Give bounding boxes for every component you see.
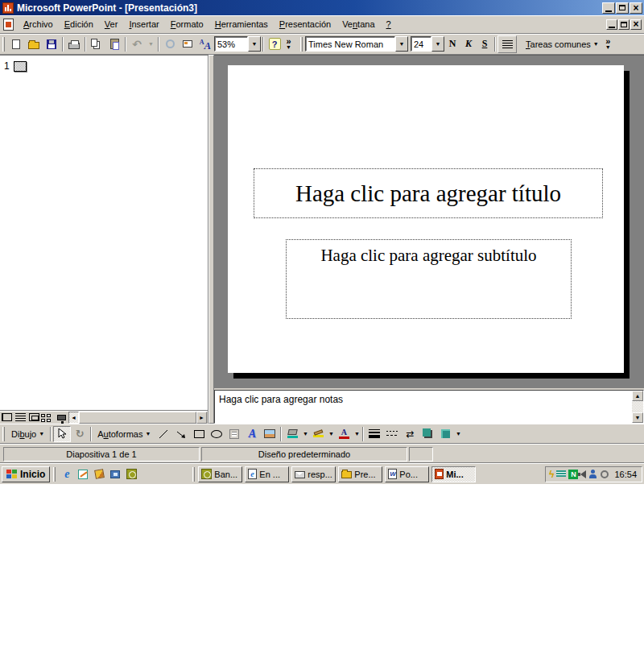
line-color-dropdown[interactable]: ▼ — [327, 426, 335, 442]
quick-launch-launcher[interactable] — [91, 466, 107, 482]
power-tray-icon[interactable]: ϟ — [549, 470, 554, 479]
title-placeholder[interactable]: Haga clic para agregar título — [254, 168, 603, 218]
line-color-button[interactable] — [309, 426, 327, 442]
scroll-left-button[interactable]: ◄ — [68, 412, 79, 424]
save-button[interactable] — [43, 35, 60, 53]
restore-button[interactable] — [616, 2, 629, 14]
align-button[interactable] — [497, 35, 517, 53]
more-buttons-standard[interactable]: »▼ — [283, 35, 294, 53]
text-box-button[interactable] — [225, 426, 243, 442]
scroll-up-button[interactable]: ▲ — [632, 391, 643, 401]
print-button[interactable] — [65, 35, 83, 53]
quick-launch-timer[interactable] — [123, 466, 139, 482]
network-tray-icon[interactable] — [556, 470, 566, 478]
font-color-dropdown[interactable]: ▼ — [353, 426, 361, 442]
notes-vertical-scrollbar[interactable]: ▲ ▼ — [632, 391, 643, 423]
task-button-ban[interactable]: Ban... — [198, 466, 242, 482]
slide-view-button[interactable] — [27, 412, 41, 424]
arrow-style-button[interactable]: ⇄ — [401, 426, 419, 442]
doc-restore-button[interactable] — [618, 19, 630, 30]
notes-pane[interactable]: Haga clic para agregar notas ▲ ▼ — [214, 390, 644, 424]
outline-horizontal-scrollbar[interactable]: ◄ ► — [68, 412, 207, 424]
menu-ventana[interactable]: Ventana — [336, 17, 380, 31]
select-objects-button[interactable] — [53, 426, 71, 442]
autoshapes-menu-button[interactable]: Autoformas ▼ — [93, 426, 155, 442]
fill-color-button[interactable] — [283, 426, 301, 442]
open-button[interactable] — [25, 35, 43, 53]
norton-tray-icon[interactable]: N — [568, 470, 578, 479]
common-tasks-button[interactable]: Tareas comunes ▼ — [522, 36, 603, 52]
free-rotate-button[interactable]: ↻ — [71, 426, 89, 442]
zoom-input[interactable]: 53% — [214, 36, 248, 52]
fill-color-dropdown[interactable]: ▼ — [301, 426, 309, 442]
taskbar-grip[interactable] — [53, 467, 56, 482]
underline-button[interactable]: S — [477, 35, 493, 53]
line-button[interactable] — [155, 426, 172, 442]
scrollbar-thumb[interactable] — [79, 412, 196, 424]
outline-pane[interactable]: 1 ◄ ► — [0, 55, 208, 424]
quick-launch-note[interactable] — [75, 466, 91, 482]
scroll-down-button[interactable]: ▼ — [632, 412, 643, 423]
dash-style-button[interactable] — [383, 426, 401, 442]
outline-slide-1[interactable]: 1 — [4, 60, 27, 72]
menu-insertar[interactable]: Insertar — [123, 17, 164, 31]
arrow-button[interactable] — [172, 426, 190, 442]
scroll-right-button[interactable]: ► — [196, 412, 207, 424]
start-button[interactable]: Inicio — [2, 466, 50, 482]
task-button-po[interactable]: Po... — [385, 466, 429, 482]
3d-button[interactable] — [436, 426, 454, 442]
task-button-en[interactable]: En ... — [245, 466, 289, 482]
menu-ayuda[interactable]: ? — [381, 17, 397, 31]
draw-menu-button[interactable]: Dibujo ▼ — [7, 426, 48, 442]
outline-view-button[interactable] — [14, 412, 27, 424]
doc-close-button[interactable]: × — [630, 19, 642, 30]
wordart-button[interactable]: A — [243, 426, 261, 442]
menu-presentacion[interactable]: Presentación — [274, 17, 336, 31]
doc-minimize-button[interactable] — [606, 19, 617, 30]
help-button[interactable]: ? — [266, 35, 283, 53]
undo-button[interactable]: ↶ — [128, 35, 146, 53]
font-size-dropdown-button[interactable]: ▼ — [431, 36, 444, 52]
menu-herramientas[interactable]: Herramientas — [209, 17, 274, 31]
document-icon[interactable] — [3, 19, 14, 31]
more-buttons-formatting[interactable]: »▼ — [603, 35, 613, 53]
insert-hyperlink-button[interactable] — [161, 35, 179, 53]
font-color-button[interactable]: A — [335, 426, 353, 442]
menu-edicion[interactable]: Edición — [59, 17, 99, 31]
toolbar-grip[interactable] — [2, 427, 5, 441]
italic-button[interactable]: K — [460, 35, 477, 53]
menu-formato[interactable]: Formato — [165, 17, 209, 31]
slide-show-view-button[interactable] — [55, 412, 68, 424]
task-button-resp[interactable]: resp... — [291, 466, 336, 482]
undo-dropdown-button[interactable]: ▼ — [146, 35, 156, 53]
dialup-tray-icon[interactable] — [601, 470, 609, 478]
quick-launch-internet-explorer[interactable]: e — [59, 466, 75, 482]
zoom-dropdown-button[interactable]: ▼ — [248, 36, 261, 52]
normal-view-button[interactable] — [0, 412, 14, 424]
vertical-splitter[interactable] — [208, 55, 214, 424]
task-button-mi-active[interactable]: Mi... — [431, 466, 476, 482]
toolbar-grip[interactable] — [2, 37, 5, 52]
users-tray-icon[interactable] — [588, 470, 598, 479]
font-name-dropdown-button[interactable]: ▼ — [395, 36, 408, 52]
font-size-input[interactable]: 24 — [411, 36, 431, 52]
slide-thumbnail-icon[interactable] — [14, 61, 27, 72]
menu-ver[interactable]: Ver — [99, 17, 124, 31]
toolbar-grip[interactable] — [300, 37, 303, 52]
quick-launch-connection[interactable] — [107, 466, 123, 482]
new-button[interactable] — [7, 35, 25, 53]
copy-button[interactable] — [88, 35, 105, 53]
font-scale-button[interactable]: AA — [196, 35, 214, 53]
new-slide-button[interactable] — [179, 35, 196, 53]
slide-pane[interactable]: Haga clic para agregar título Haga clic … — [214, 55, 644, 388]
design-name[interactable]: Diseño predeterminado — [201, 447, 407, 461]
3d-dropdown[interactable]: ▼ — [454, 426, 462, 442]
oval-button[interactable] — [208, 426, 225, 442]
paste-button[interactable] — [105, 35, 123, 53]
bold-button[interactable]: N — [444, 35, 460, 53]
rectangle-button[interactable] — [190, 426, 208, 442]
minimize-button[interactable] — [602, 2, 615, 14]
close-button[interactable]: × — [630, 2, 642, 14]
taskbar-grip[interactable] — [192, 467, 195, 482]
clip-art-button[interactable] — [261, 426, 279, 442]
